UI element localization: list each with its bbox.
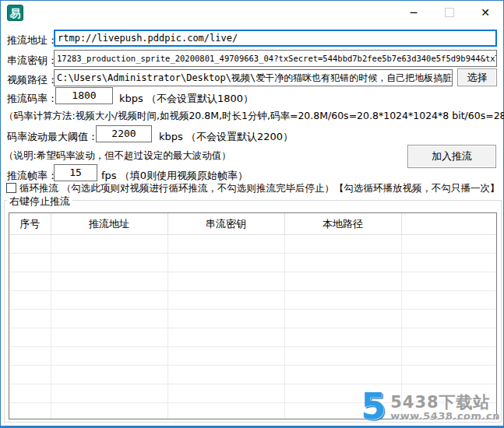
table-cell <box>51 328 167 347</box>
column-header-stream-key[interactable]: 串流密钥 <box>167 213 284 235</box>
table-cell <box>284 235 401 254</box>
table-cell <box>167 347 284 366</box>
table-row[interactable] <box>9 235 496 254</box>
app-window: 易 ─ ✕ 推流地址： rtmp://livepush.pddpic.com/l… <box>0 0 504 428</box>
title-bar: 易 ─ ✕ <box>1 1 503 24</box>
video-path-input[interactable]: C:\Users\Administrator\Desktop\视频\爱干净的猫咪… <box>54 69 453 86</box>
table-header-row: 序号 推流地址 串流密钥 本地路径 <box>9 213 496 235</box>
table-cell <box>401 254 496 272</box>
table-cell <box>51 235 167 254</box>
table-row[interactable] <box>9 254 496 272</box>
table-cell <box>401 291 496 310</box>
maximize-icon <box>445 8 454 17</box>
table-cell <box>284 328 401 347</box>
table-cell <box>401 272 496 291</box>
table-row[interactable] <box>9 291 496 310</box>
add-stream-button[interactable]: 加入推流 <box>407 145 496 168</box>
stream-key-input[interactable]: 17283_production_sprite_20200801_4970966… <box>54 50 497 67</box>
table-cell <box>167 235 284 254</box>
table-cell <box>9 310 51 328</box>
watermark: 5 5438下载站 www.5438.com.cn <box>361 391 500 422</box>
table-cell <box>51 254 167 272</box>
table-cell <box>9 384 51 403</box>
column-header-blank <box>401 213 496 235</box>
table-cell <box>284 347 401 366</box>
table-cell <box>9 347 51 366</box>
stream-table: 序号 推流地址 串流密钥 本地路径 <box>9 213 496 419</box>
table-cell <box>9 403 51 420</box>
table-cell <box>284 310 401 328</box>
table-cell <box>167 291 284 310</box>
fluctuation-note: （说明:希望码率波动，但不超过设定的最大波动值） <box>4 149 231 163</box>
bitrate-label: 推流码率： <box>7 92 58 106</box>
table-cell <box>9 328 51 347</box>
video-path-label: 视频路径： <box>7 73 58 87</box>
table-row[interactable] <box>9 347 496 366</box>
push-url-label: 推流地址： <box>7 33 58 47</box>
table-cell <box>51 347 167 366</box>
table-cell <box>167 310 284 328</box>
table-cell <box>167 403 284 420</box>
watermark-title: 5438下载站 <box>390 394 490 411</box>
fluctuation-hint: kbps （不会设置默认2200） <box>159 130 293 144</box>
column-header-local-path[interactable]: 本地路径 <box>284 213 401 235</box>
table-cell <box>167 272 284 291</box>
watermark-url: www.5438.com.cn <box>390 411 500 422</box>
push-url-input[interactable]: rtmp://livepush.pddpic.com/live/ <box>54 30 497 47</box>
table-cell <box>51 310 167 328</box>
table-cell <box>401 328 496 347</box>
fluctuation-label: 码率波动最大阈值： <box>7 130 98 144</box>
browse-button[interactable]: 选择 <box>457 68 497 86</box>
table-cell <box>401 366 496 384</box>
bitrate-input[interactable]: 1800 <box>55 87 113 104</box>
stream-list[interactable]: 序号 推流地址 串流密钥 本地路径 <box>9 212 497 419</box>
table-cell <box>401 235 496 254</box>
table-cell <box>401 347 496 366</box>
table-cell <box>167 254 284 272</box>
table-cell <box>284 366 401 384</box>
column-header-push-url[interactable]: 推流地址 <box>51 213 167 235</box>
table-cell <box>167 384 284 403</box>
column-header-index[interactable]: 序号 <box>9 213 51 235</box>
table-cell <box>51 403 167 420</box>
framerate-hint: fps （填0则使用视频原始帧率） <box>101 169 248 183</box>
table-row[interactable] <box>9 272 496 291</box>
table-cell <box>9 272 51 291</box>
table-cell <box>9 291 51 310</box>
table-cell <box>9 366 51 384</box>
maximize-button <box>432 1 467 24</box>
table-cell <box>9 235 51 254</box>
table-cell <box>9 254 51 272</box>
close-icon: ✕ <box>481 6 490 19</box>
minimize-icon: ─ <box>411 6 417 19</box>
table-cell <box>167 366 284 384</box>
watermark-5-logo: 5 <box>361 391 386 422</box>
table-cell <box>284 272 401 291</box>
loop-checkbox[interactable] <box>6 183 16 193</box>
framerate-input[interactable]: 15 <box>54 164 97 181</box>
table-row[interactable] <box>9 328 496 347</box>
loop-checkbox-label[interactable]: 循环推流 （勾选此项则对视频进行循环推流，不勾选则推流完毕后停止）【勾选循环播放… <box>19 182 499 195</box>
table-cell <box>167 328 284 347</box>
table-cell <box>51 384 167 403</box>
table-cell <box>284 291 401 310</box>
table-row[interactable] <box>9 366 496 384</box>
app-icon: 易 <box>7 5 23 21</box>
table-cell <box>51 272 167 291</box>
table-cell <box>51 291 167 310</box>
close-button[interactable]: ✕ <box>467 1 503 24</box>
table-cell <box>401 310 496 328</box>
bitrate-note: （码率计算方法:视频大小/视频时间,如视频20.8M,时长1分钟,码率=20.8… <box>4 110 504 123</box>
stream-key-label: 串流密钥： <box>7 54 58 68</box>
stop-stream-group-label: 右键停止推流 <box>7 195 72 209</box>
minimize-button[interactable]: ─ <box>396 1 432 24</box>
table-cell <box>51 366 167 384</box>
fluctuation-input[interactable]: 2200 <box>96 125 152 142</box>
framerate-label: 推流帧率： <box>7 169 58 183</box>
table-cell <box>284 254 401 272</box>
table-row[interactable] <box>9 310 496 328</box>
bitrate-hint: kbps （不会设置默认1800） <box>119 92 253 106</box>
